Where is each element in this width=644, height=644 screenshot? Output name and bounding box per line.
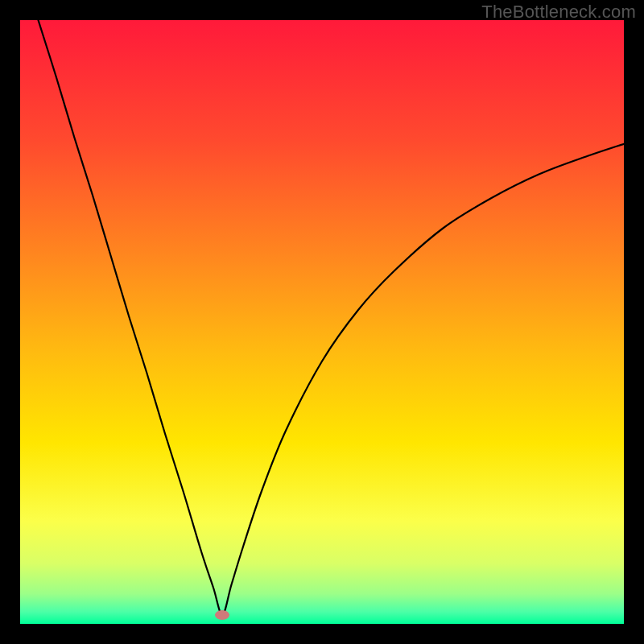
plot-area [20, 20, 624, 624]
watermark-text: TheBottleneck.com [481, 2, 636, 23]
minimum-marker [215, 610, 229, 620]
chart-frame: TheBottleneck.com [0, 0, 644, 644]
curve-line [20, 20, 624, 624]
